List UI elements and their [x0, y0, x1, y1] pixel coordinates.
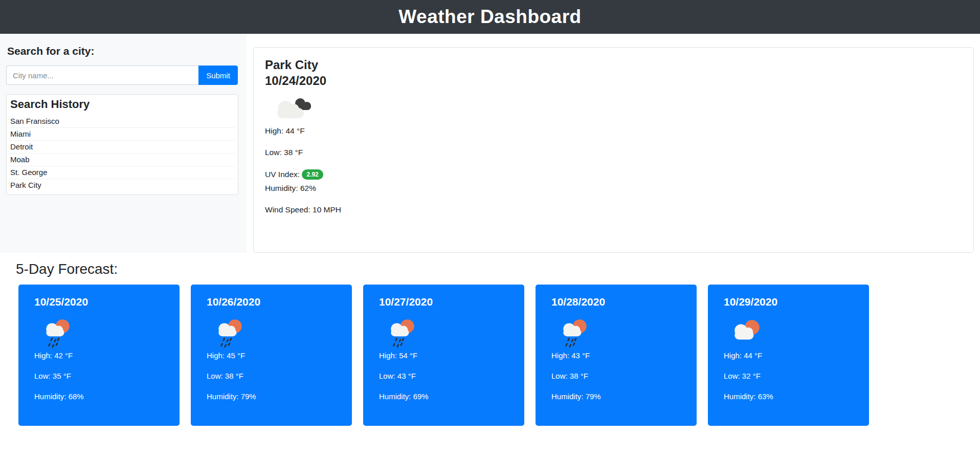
search-history-panel: Search History San Fransisco Miami Detro…	[6, 94, 238, 195]
current-city-date: Park City 10/24/2020	[265, 57, 963, 89]
forecast-cards-row: 10/25/2020 High: 42 °F	[18, 285, 980, 426]
history-item[interactable]: Moab	[9, 153, 235, 166]
content-row: Search for a city: Submit Search History…	[0, 34, 980, 253]
forecast-card: 10/29/2020 High: 44 °F Low: 32 °F Humidi…	[708, 285, 869, 426]
current-high: High: 44 °F	[265, 126, 963, 136]
rain-icon	[386, 316, 509, 350]
forecast-date: 10/25/2020	[34, 296, 164, 308]
submit-button[interactable]: Submit	[198, 66, 238, 85]
forecast-date: 10/29/2020	[724, 296, 854, 308]
history-item[interactable]: Miami	[9, 127, 235, 140]
forecast-low: Low: 43 °F	[379, 372, 509, 380]
rain-icon	[41, 316, 164, 350]
app-header: Weather Dashboard	[0, 0, 980, 34]
search-form: Submit	[6, 66, 238, 85]
main-area: Park City 10/24/2020 High: 44 °F Low: 38…	[247, 34, 980, 253]
forecast-low: Low: 35 °F	[34, 372, 164, 380]
current-humidity: Humidity: 62%	[265, 184, 963, 193]
forecast-card: 10/27/2020 High: 54 °F	[363, 285, 524, 426]
current-city: Park City	[265, 58, 318, 72]
rain-icon	[213, 316, 337, 350]
broken-clouds-icon	[273, 95, 316, 123]
sun-cloud-icon	[730, 316, 854, 350]
history-item[interactable]: Detroit	[9, 140, 235, 153]
search-history-title: Search History	[10, 98, 235, 111]
forecast-high: High: 45 °F	[207, 351, 337, 360]
forecast-date: 10/26/2020	[207, 296, 337, 308]
forecast-card: 10/25/2020 High: 42 °F	[18, 285, 180, 426]
rain-drops	[221, 338, 231, 347]
current-uv-row: UV Index: 2.92	[265, 169, 963, 180]
forecast-humidity: Humidity: 79%	[551, 392, 681, 401]
forecast-date: 10/28/2020	[551, 296, 681, 308]
forecast-high: High: 44 °F	[724, 351, 854, 360]
forecast-card: 10/26/2020 High: 45 °F	[191, 285, 352, 426]
search-history-list: San Fransisco Miami Detroit Moab St. Geo…	[9, 115, 235, 191]
forecast-card: 10/28/2020 High: 43 °F	[536, 285, 697, 426]
forecast-low: Low: 32 °F	[724, 372, 854, 380]
forecast-date: 10/27/2020	[379, 296, 509, 308]
forecast-high: High: 42 °F	[34, 351, 164, 360]
current-wind: Wind Speed: 10 MPH	[265, 205, 963, 214]
forecast-low: Low: 38 °F	[551, 372, 681, 380]
forecast-section: 5-Day Forecast: 10/25/2020	[0, 253, 980, 426]
history-item[interactable]: St. George	[9, 166, 235, 179]
history-item[interactable]: Park City	[9, 179, 235, 191]
forecast-humidity: Humidity: 69%	[379, 392, 509, 401]
page-title: Weather Dashboard	[398, 6, 581, 28]
forecast-humidity: Humidity: 68%	[34, 392, 164, 401]
uv-index-badge: 2.92	[302, 169, 323, 180]
uv-label: UV Index:	[265, 170, 300, 179]
city-search-input[interactable]	[6, 66, 198, 85]
forecast-humidity: Humidity: 79%	[207, 392, 337, 401]
search-sidebar: Search for a city: Submit Search History…	[0, 34, 247, 253]
history-item[interactable]: San Fransisco	[9, 115, 235, 127]
forecast-high: High: 43 °F	[551, 351, 681, 360]
rain-icon	[558, 316, 681, 350]
rain-drops	[566, 338, 576, 347]
forecast-high: High: 54 °F	[379, 351, 509, 360]
forecast-humidity: Humidity: 63%	[724, 392, 854, 401]
search-label: Search for a city:	[7, 45, 238, 57]
rain-drops	[393, 338, 404, 347]
current-low: Low: 38 °F	[265, 148, 963, 157]
rain-drops	[49, 338, 59, 347]
forecast-heading: 5-Day Forecast:	[16, 261, 980, 277]
current-weather-card: Park City 10/24/2020 High: 44 °F Low: 38…	[253, 47, 974, 253]
forecast-low: Low: 38 °F	[207, 372, 337, 380]
current-date: 10/24/2020	[265, 74, 326, 88]
